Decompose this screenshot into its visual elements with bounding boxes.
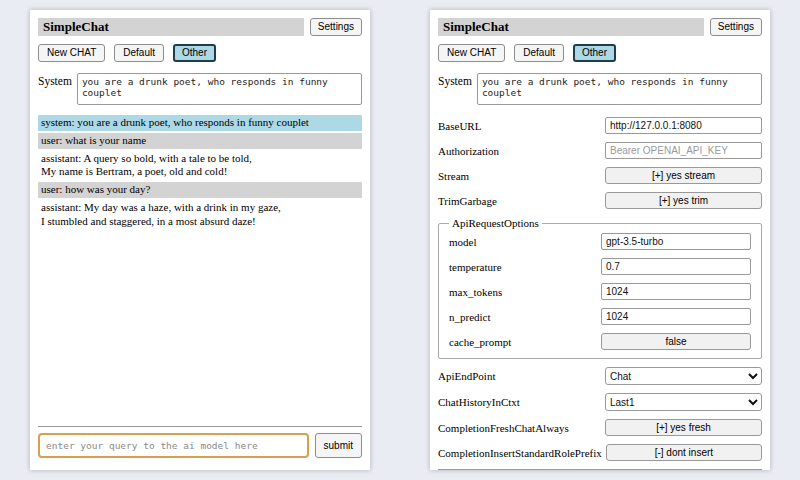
settings-button[interactable]: Settings [710,18,762,36]
session-button-default[interactable]: Default [514,44,564,62]
settings-button[interactable]: Settings [310,18,362,36]
api-request-options-legend: ApiRequestOptions [449,217,542,229]
n-predict-label: n_predict [449,311,601,323]
setting-row-api-endpoint: ApiEndPoint Chat [438,367,762,385]
new-chat-button[interactable]: New CHAT [438,44,505,62]
new-chat-button[interactable]: New CHAT [38,44,105,62]
setting-row-stream: Stream [+] yes stream [438,167,762,184]
system-prompt-textarea[interactable]: you are a drunk poet, who responds in fu… [77,73,362,105]
settings-list: BaseURL Authorization Stream [+] yes str… [438,117,762,469]
authorization-input[interactable] [605,142,762,159]
page: SimpleChat Settings New CHAT Default Oth… [0,0,800,480]
chat-message-user: user: how was your day? [38,182,362,198]
setting-row-completion-insert: CompletionInsertStandardRolePrefix [-] d… [438,444,762,461]
session-button-other[interactable]: Other [573,44,616,62]
system-prompt-row: System you are a drunk poet, who respond… [438,73,762,105]
footer-divider [438,469,762,470]
api-endpoint-select[interactable]: Chat [605,367,762,385]
setting-row-trimgarbage: TrimGarbage [+] yes trim [438,192,762,209]
temperature-label: temperature [449,261,601,273]
chat-message-list: system: you are a drunk poet, who respon… [38,115,362,231]
chat-history-select[interactable]: Last1 [605,393,762,411]
session-toolbar: New CHAT Default Other [438,44,762,62]
api-endpoint-label: ApiEndPoint [438,370,605,382]
setting-row-chat-history: ChatHistoryInCtxt Last1 [438,393,762,411]
stream-toggle-button[interactable]: [+] yes stream [605,167,762,184]
setting-row-model: model [449,233,751,250]
chat-panel: SimpleChat Settings New CHAT Default Oth… [30,10,370,470]
footer-divider [38,426,362,427]
system-label: System [38,73,72,87]
submit-button[interactable]: submit [315,433,362,458]
setting-row-authorization: Authorization [438,142,762,159]
stream-label: Stream [438,170,605,182]
setting-row-temperature: temperature [449,258,751,275]
settings-panel: SimpleChat Settings New CHAT Default Oth… [430,10,770,470]
completion-insert-toggle-button[interactable]: [-] dont insert [606,444,762,461]
chat-history-label: ChatHistoryInCtxt [438,396,605,408]
system-prompt-textarea[interactable]: you are a drunk poet, who responds in fu… [477,73,762,105]
cache-prompt-label: cache_prompt [449,336,601,348]
setting-row-max-tokens: max_tokens [449,283,751,300]
cache-prompt-toggle-button[interactable]: false [601,333,751,350]
model-input[interactable] [601,233,751,250]
baseurl-label: BaseURL [438,120,605,132]
completion-fresh-toggle-button[interactable]: [+] yes fresh [605,419,762,436]
session-button-other[interactable]: Other [173,44,216,62]
chat-message-assistant: assistant: A query so bold, with a tale … [38,151,362,181]
chat-message-system: system: you are a drunk poet, who respon… [38,115,362,131]
baseurl-input[interactable] [605,117,762,134]
n-predict-input[interactable] [601,308,751,325]
max-tokens-input[interactable] [601,283,751,300]
chat-message-assistant: assistant: My day was a haze, with a dri… [38,200,362,230]
chat-message-user: user: what is your name [38,133,362,149]
titlebar: SimpleChat Settings [438,18,762,36]
temperature-input[interactable] [601,258,751,275]
setting-row-baseurl: BaseURL [438,117,762,134]
session-button-default[interactable]: Default [114,44,164,62]
completion-fresh-label: CompletionFreshChatAlways [438,422,605,434]
spacer [38,231,362,426]
system-label: System [438,73,472,87]
setting-row-n-predict: n_predict [449,308,751,325]
query-row: submit [38,433,362,462]
max-tokens-label: max_tokens [449,286,601,298]
system-prompt-row: System you are a drunk poet, who respond… [38,73,362,105]
authorization-label: Authorization [438,145,605,157]
trimgarbage-label: TrimGarbage [438,195,605,207]
setting-row-cache-prompt: cache_prompt false [449,333,751,350]
app-title: SimpleChat [438,18,704,36]
session-toolbar: New CHAT Default Other [38,44,362,62]
trimgarbage-toggle-button[interactable]: [+] yes trim [605,192,762,209]
completion-insert-label: CompletionInsertStandardRolePrefix [438,447,606,459]
setting-row-completion-fresh: CompletionFreshChatAlways [+] yes fresh [438,419,762,436]
query-input[interactable] [38,433,309,458]
model-label: model [449,236,601,248]
api-request-options-fieldset: ApiRequestOptions model temperature max_… [438,217,762,359]
app-title: SimpleChat [38,18,304,36]
titlebar: SimpleChat Settings [38,18,362,36]
